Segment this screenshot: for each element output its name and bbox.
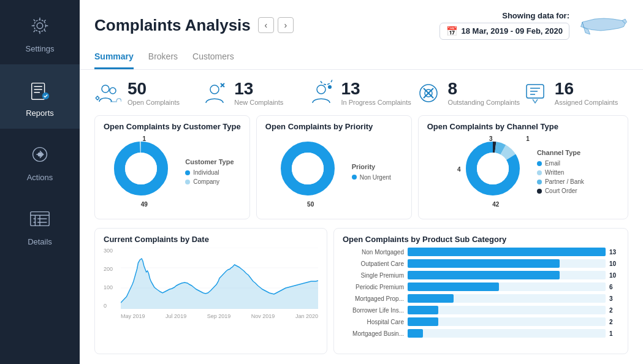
bar-item-1: Outpatient Care 10 [343, 259, 619, 268]
x-axis-labels: May 2019 Jul 2019 Sep 2019 Nov 2019 Jan … [121, 311, 318, 321]
date-range-text: 18 Mar, 2019 - 09 Feb, 2020 [462, 26, 563, 36]
bar-item-4: Mortgaged Prop... 3 [343, 294, 619, 303]
channel-label-42: 42 [492, 201, 499, 208]
stat-inprogress-number: 13 [341, 80, 411, 97]
donut-customer: 1 49 [110, 138, 178, 205]
stat-new-label: New Complaints [234, 99, 283, 106]
bar-item-6: Hospital Care 2 [343, 317, 619, 326]
us-map [579, 10, 628, 40]
reports-icon [25, 75, 55, 105]
stat-inprogress: 13 In Progress Complaints [308, 80, 414, 107]
chart-bar-title: Open Complaints by Product Sub Category [343, 235, 619, 244]
legend-customer: Customer Type Individual Company [185, 158, 234, 185]
actions-icon [25, 140, 55, 169]
dashboard-content: 50 Open Complaints 13 New Complaints [80, 70, 643, 364]
page-header: Complaints Analysis ‹ › Showing data for… [80, 0, 643, 70]
chart-channel: Open Complaints by Channel Type 3 1 4 [418, 115, 628, 219]
sidebar-item-details[interactable]: Details [0, 193, 80, 257]
sidebar-label-settings: Settings [26, 44, 55, 53]
stat-new: 13 New Complaints [201, 80, 308, 107]
legend-priority: Priority Non Urgent [352, 163, 391, 181]
svg-point-25 [477, 153, 509, 184]
date-range[interactable]: 📅 18 Mar, 2019 - 09 Feb, 2020 [439, 23, 570, 40]
bar-item-2: Single Premium 10 [343, 271, 619, 279]
charts-row: Open Complaints by Customer Type 1 49 Cu… [94, 115, 628, 219]
tab-customers[interactable]: Customers [192, 47, 234, 69]
settings-icon [25, 11, 55, 40]
stat-assigned-label: Assigned Complaints [555, 99, 618, 106]
chart-line-title: Current Complaints by Date [104, 235, 318, 244]
bar-item-0: Non Mortgaged 13 [343, 248, 619, 256]
sidebar-label-details: Details [28, 237, 52, 246]
calendar-icon: 📅 [446, 26, 458, 37]
stat-assigned: 16 Assigned Complaints [522, 80, 628, 107]
chart-customer-type: Open Complaints by Customer Type 1 49 Cu… [94, 115, 250, 219]
svg-point-7 [102, 85, 109, 93]
donut-priority: 50 [277, 138, 344, 205]
tab-brokers[interactable]: Brokers [148, 47, 178, 69]
tab-summary[interactable]: Summary [94, 47, 134, 69]
chart-line: Current Complaints by Date 300 200 100 0 [94, 228, 327, 354]
svg-point-10 [317, 85, 325, 94]
stat-open-label: Open Complaints [127, 99, 180, 106]
donut-channel: 3 1 4 [462, 138, 530, 205]
svg-point-17 [125, 153, 157, 184]
sidebar-label-actions: Actions [27, 173, 53, 182]
page-title: Complaints Analysis [94, 16, 251, 35]
donut-priority-label-bottom: 50 [307, 201, 314, 208]
svg-point-0 [37, 23, 43, 29]
legend-priority-title: Priority [352, 163, 391, 170]
legend-channel: Channel Type Email Written Partner / Ban… [537, 149, 584, 194]
stat-open-number: 50 [127, 80, 180, 97]
chart-priority-title: Open Complaints by Priority [265, 122, 403, 131]
svg-point-9 [210, 85, 219, 94]
stats-row: 50 Open Complaints 13 New Complaints [94, 80, 628, 107]
bar-item-7: Mortgaged Busin... 1 [343, 329, 619, 338]
date-filter: Showing data for: 📅 18 Mar, 2019 - 09 Fe… [439, 10, 629, 40]
channel-label-4: 4 [457, 166, 461, 173]
bottom-row: Current Complaints by Date 300 200 100 0 [94, 228, 628, 354]
svg-point-11 [328, 85, 332, 89]
stat-outstanding-number: 8 [448, 80, 520, 97]
prev-arrow[interactable]: ‹ [258, 17, 274, 33]
legend-customer-title: Customer Type [185, 158, 234, 165]
legend-channel-title: Channel Type [537, 149, 584, 156]
stat-new-number: 13 [234, 80, 283, 97]
line-chart-area: 300 200 100 0 [104, 248, 318, 321]
chart-customer-title: Open Complaints by Customer Type [104, 122, 241, 131]
bar-item-5: Borrower Life Ins... 2 [343, 306, 619, 314]
svg-point-19 [292, 153, 324, 184]
stat-outstanding: 8 Outstanding Complaints [415, 80, 522, 107]
sidebar: Settings Reports Actions [0, 0, 80, 364]
showing-label: Showing data for: [439, 11, 570, 20]
details-icon [25, 204, 55, 233]
stat-open: 50 Open Complaints [94, 80, 201, 107]
svg-point-5 [38, 153, 42, 156]
main-content: Complaints Analysis ‹ › Showing data for… [80, 0, 643, 364]
chart-priority: Open Complaints by Priority 50 Priority … [256, 115, 412, 219]
bar-list: Non Mortgaged 13 Outpatient Care 10 Sing… [343, 248, 619, 338]
stat-inprogress-label: In Progress Complaints [341, 99, 411, 106]
tabs: Summary Brokers Customers [94, 47, 628, 69]
donut-customer-label-top: 1 [143, 135, 146, 142]
channel-label-3: 3 [489, 135, 493, 142]
chart-bar: Open Complaints by Product Sub Category … [333, 228, 628, 354]
sidebar-label-reports: Reports [26, 108, 54, 118]
svg-point-8 [110, 88, 116, 94]
sidebar-item-reports[interactable]: Reports [0, 64, 80, 129]
stat-assigned-number: 16 [555, 80, 618, 97]
sidebar-item-settings[interactable]: Settings [0, 0, 80, 64]
nav-arrows: ‹ › [258, 17, 294, 33]
sidebar-item-actions[interactable]: Actions [0, 129, 80, 193]
line-svg-wrap [121, 248, 318, 309]
y-axis-labels: 300 200 100 0 [104, 248, 119, 309]
bar-item-3: Periodic Premium 6 [343, 282, 619, 291]
donut-customer-label-bottom: 49 [141, 201, 148, 208]
next-arrow[interactable]: › [278, 17, 294, 33]
svg-point-1 [34, 20, 46, 32]
chart-channel-title: Open Complaints by Channel Type [427, 122, 619, 131]
stat-outstanding-label: Outstanding Complaints [448, 99, 520, 106]
channel-label-1: 1 [526, 135, 530, 142]
